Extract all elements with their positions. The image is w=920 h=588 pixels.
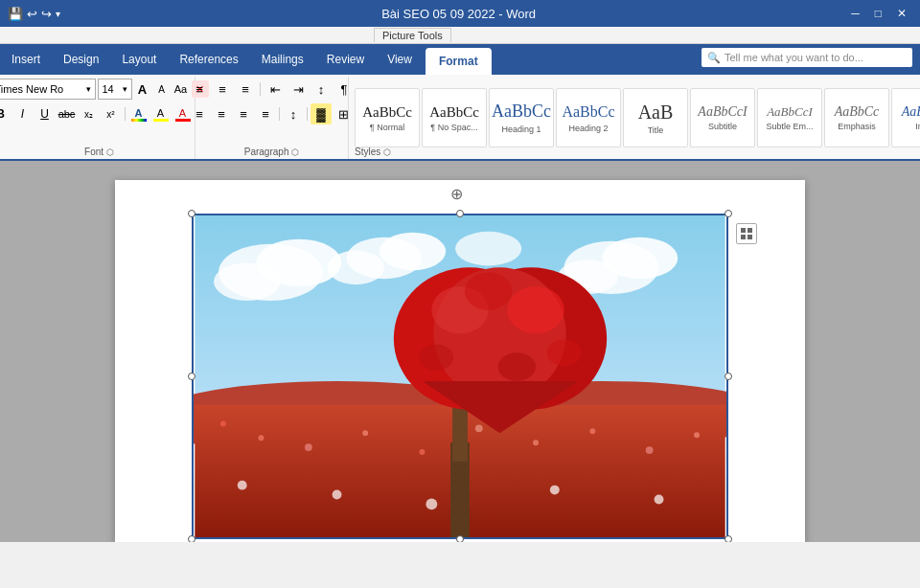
style-heading1-label: Heading 1 bbox=[501, 124, 540, 134]
redo-icon[interactable]: ↪ bbox=[41, 7, 52, 21]
strikethrough-button[interactable]: abc bbox=[57, 103, 78, 124]
style-heading2-label: Heading 2 bbox=[568, 124, 608, 133]
menu-item-insert[interactable]: Insert bbox=[0, 44, 52, 75]
multi-list-button[interactable]: ≡ bbox=[235, 79, 256, 100]
align-right-button[interactable]: ≡ bbox=[233, 103, 254, 124]
bullets-button[interactable]: ≡ bbox=[189, 79, 210, 100]
svg-rect-41 bbox=[741, 228, 746, 233]
menu-item-references[interactable]: References bbox=[168, 44, 249, 75]
image-move-handle[interactable]: ⊕ bbox=[450, 185, 463, 203]
image-container: ⊕ bbox=[192, 214, 728, 539]
font-size-value: 14 bbox=[103, 83, 123, 95]
font-name-selector[interactable]: Times New Ro ▾ bbox=[0, 79, 96, 100]
style-no-spacing[interactable]: AaBbCc ¶ No Spac... bbox=[422, 88, 487, 147]
align-left-button[interactable]: ≡ bbox=[189, 103, 210, 124]
title-bar: 💾 ↩ ↪ ▾ Bài SEO 05 09 2022 - Word ─ □ ✕ bbox=[0, 0, 920, 27]
grow-font-button[interactable]: A bbox=[134, 80, 151, 98]
font-name-value: Times New Ro bbox=[0, 83, 86, 95]
selection-handle-bl[interactable] bbox=[188, 535, 196, 542]
quick-access-toolbar: 💾 ↩ ↪ ▾ bbox=[8, 7, 60, 21]
style-emphasis-preview: AaBbCc bbox=[835, 104, 880, 121]
numbering-button[interactable]: ≡ bbox=[212, 79, 233, 100]
shrink-font-button[interactable]: A bbox=[153, 80, 171, 98]
svg-point-38 bbox=[498, 352, 537, 381]
svg-point-21 bbox=[589, 428, 595, 434]
superscript-button[interactable]: x² bbox=[101, 103, 122, 124]
subscript-button[interactable]: x₂ bbox=[79, 103, 100, 124]
svg-point-26 bbox=[426, 498, 437, 509]
selection-handle-tl[interactable] bbox=[188, 210, 196, 217]
svg-point-20 bbox=[533, 440, 539, 445]
selection-handle-ml[interactable] bbox=[188, 373, 196, 380]
svg-point-19 bbox=[475, 424, 483, 432]
selection-handle-br[interactable] bbox=[724, 535, 732, 542]
menu-bar: Insert Design Layout References Mailings… bbox=[0, 44, 920, 75]
dropdown-icon[interactable]: ▾ bbox=[56, 9, 60, 19]
increase-indent-button[interactable]: ⇥ bbox=[288, 79, 309, 100]
font-size-dropdown-icon: ▾ bbox=[123, 84, 127, 94]
style-title-preview: AaB bbox=[638, 101, 674, 124]
font-size-selector[interactable]: 14 ▾ bbox=[98, 79, 132, 100]
sort-button[interactable]: ↕ bbox=[310, 79, 332, 100]
change-case-button[interactable]: Aa bbox=[172, 80, 190, 98]
style-intense-preview: AaBbCc bbox=[902, 104, 920, 121]
menu-item-layout[interactable]: Layout bbox=[110, 44, 168, 75]
bold-button[interactable]: B bbox=[0, 103, 12, 124]
style-heading1[interactable]: AaBbCc Heading 1 bbox=[489, 88, 554, 147]
text-effects-button[interactable]: A bbox=[128, 103, 150, 124]
align-center-button[interactable]: ≡ bbox=[211, 103, 232, 124]
svg-point-23 bbox=[694, 432, 700, 438]
undo-icon[interactable]: ↩ bbox=[27, 7, 37, 21]
shading-button[interactable]: ▓ bbox=[310, 103, 332, 124]
close-icon[interactable]: ✕ bbox=[891, 7, 912, 20]
save-icon[interactable]: 💾 bbox=[8, 7, 23, 21]
style-no-spacing-label: ¶ No Spac... bbox=[430, 123, 477, 132]
menu-item-format[interactable]: Format bbox=[426, 48, 492, 75]
style-title[interactable]: AaB Title bbox=[623, 88, 688, 147]
ribbon-content: Times New Ro ▾ 14 ▾ A A Aa ✕ B I U bbox=[0, 75, 920, 159]
styles-group: AaBbCc ¶ Normal AaBbCc ¶ No Spac... AaBb… bbox=[349, 77, 920, 159]
style-heading2[interactable]: AaBbCc Heading 2 bbox=[556, 88, 621, 147]
menu-item-mailings[interactable]: Mailings bbox=[250, 44, 315, 75]
selection-handle-mr[interactable] bbox=[724, 373, 732, 380]
menu-item-design[interactable]: Design bbox=[52, 44, 110, 75]
style-intense[interactable]: AaBbCc Int... bbox=[891, 88, 920, 147]
decrease-indent-button[interactable]: ⇤ bbox=[264, 79, 286, 100]
picture-tools-bar: Picture Tools bbox=[0, 27, 920, 44]
svg-point-6 bbox=[328, 251, 384, 285]
style-subtitle-label: Subtitle bbox=[708, 122, 737, 131]
style-title-label: Title bbox=[648, 125, 664, 135]
italic-button[interactable]: I bbox=[12, 103, 34, 124]
svg-point-15 bbox=[259, 435, 264, 441]
selection-handle-bm[interactable] bbox=[456, 535, 464, 542]
font-selector-row: Times New Ro ▾ 14 ▾ A A Aa ✕ bbox=[0, 79, 209, 100]
justify-button[interactable]: ≡ bbox=[255, 103, 276, 124]
svg-point-28 bbox=[655, 495, 664, 505]
highlight-color-button[interactable]: A bbox=[150, 103, 172, 124]
svg-rect-42 bbox=[748, 228, 752, 233]
picture-tools-label: Picture Tools bbox=[374, 28, 451, 42]
style-heading1-preview: AaBbCc bbox=[492, 102, 551, 123]
selection-handle-tr[interactable] bbox=[724, 210, 732, 217]
layout-options-button[interactable] bbox=[736, 223, 757, 244]
line-spacing-button[interactable]: ↕ bbox=[283, 103, 304, 124]
style-subtle-em-preview: AaBbCcI bbox=[767, 104, 813, 120]
menu-item-review[interactable]: Review bbox=[315, 44, 376, 75]
tell-me-search[interactable]: 🔍 Tell me what you want to do... bbox=[702, 48, 912, 67]
styles-group-label: Styles ⬡ bbox=[355, 147, 391, 157]
svg-point-27 bbox=[550, 486, 560, 495]
style-emphasis[interactable]: AaBbCc Emphasis bbox=[824, 88, 889, 147]
selection-handle-tm[interactable] bbox=[456, 210, 464, 217]
style-normal[interactable]: AaBbCc ¶ Normal bbox=[355, 88, 420, 147]
menu-item-view[interactable]: View bbox=[376, 44, 424, 75]
svg-point-5 bbox=[380, 233, 446, 271]
svg-rect-30 bbox=[452, 405, 468, 462]
style-subtle-em[interactable]: AaBbCcI Subtle Em... bbox=[757, 88, 822, 147]
document-title: Bài SEO 05 09 2022 - Word bbox=[72, 7, 845, 21]
underline-button[interactable]: U bbox=[34, 103, 56, 124]
maximize-icon[interactable]: □ bbox=[869, 7, 887, 20]
styles-list: AaBbCc ¶ Normal AaBbCc ¶ No Spac... AaBb… bbox=[355, 79, 920, 157]
heart-tree-image[interactable] bbox=[192, 214, 728, 539]
style-subtitle[interactable]: AaBbCcI Subtitle bbox=[690, 88, 755, 147]
minimize-icon[interactable]: ─ bbox=[845, 7, 865, 20]
